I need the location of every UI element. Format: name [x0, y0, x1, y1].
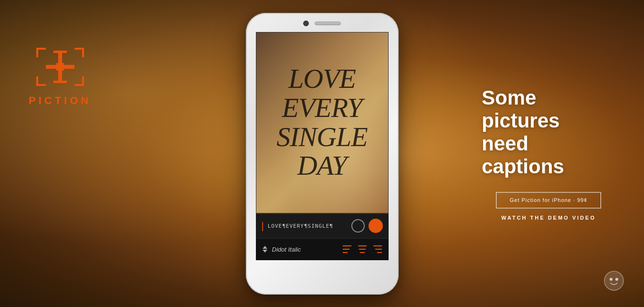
cursor-icon: | [262, 221, 264, 232]
svg-rect-7 [82, 76, 84, 86]
headline-line2: need captions [482, 133, 564, 178]
svg-rect-9 [58, 71, 62, 82]
phone-screen: LOVEEVERYSINGLEDAY [256, 32, 389, 213]
svg-rect-3 [82, 48, 84, 57]
cta-section: Some pictures need captions Get Piction … [482, 86, 615, 221]
svg-rect-1 [36, 48, 38, 57]
align-center-icon[interactable] [358, 245, 367, 253]
svg-point-15 [604, 271, 623, 290]
bottom-right-icon [603, 270, 625, 294]
piction-logo-icon [32, 43, 89, 91]
svg-rect-14 [53, 81, 67, 83]
toolbar-caption-text: LOVE¶EVERY¶SINGLE¶ [268, 223, 348, 229]
phone-top-bar [246, 13, 399, 26]
screen-caption-text: LOVEEVERYSINGLEDAY [256, 32, 388, 213]
phone-mockup: LOVEEVERYSINGLEDAY | LOVE¶EVERY¶SINGLE¶ … [246, 13, 399, 295]
phone-speaker [315, 21, 341, 25]
align-right-icon[interactable] [373, 245, 382, 253]
svg-point-16 [610, 278, 612, 281]
font-name-label[interactable]: Didot Italic [272, 246, 338, 253]
phone-toolbar-font: Didot Italic [256, 238, 389, 260]
svg-rect-13 [53, 51, 67, 53]
logo-label: PICTION [29, 95, 91, 107]
svg-point-17 [615, 278, 618, 281]
headline-line1: Some pictures [482, 86, 560, 132]
get-app-button[interactable]: Get Piction for iPhone · 99¢ [496, 192, 601, 208]
watch-demo-link[interactable]: WATCH THE DEMO VIDEO [482, 215, 615, 221]
phone-camera [303, 21, 309, 26]
text-align-options [343, 245, 382, 253]
svg-rect-8 [58, 52, 62, 63]
arrow-down-icon [263, 250, 267, 253]
color-circle-empty[interactable] [351, 219, 365, 233]
page-wrapper: PICTION LOVEEVERYSINGLEDAY | LOVE¶EVERY¶… [0, 0, 644, 307]
hero-headline: Some pictures need captions [482, 86, 615, 179]
svg-rect-5 [36, 76, 38, 86]
logo-section: PICTION [29, 43, 91, 107]
arrow-up-icon [263, 246, 267, 249]
font-size-stepper[interactable] [263, 246, 267, 253]
phone-container: LOVEEVERYSINGLEDAY | LOVE¶EVERY¶SINGLE¶ … [246, 13, 399, 295]
color-circle-filled[interactable] [369, 219, 383, 233]
svg-rect-11 [63, 65, 74, 69]
align-left-icon[interactable] [343, 245, 351, 253]
svg-rect-10 [46, 65, 57, 69]
svg-rect-12 [56, 63, 64, 71]
phone-toolbar-text: | LOVE¶EVERY¶SINGLE¶ [256, 213, 389, 238]
